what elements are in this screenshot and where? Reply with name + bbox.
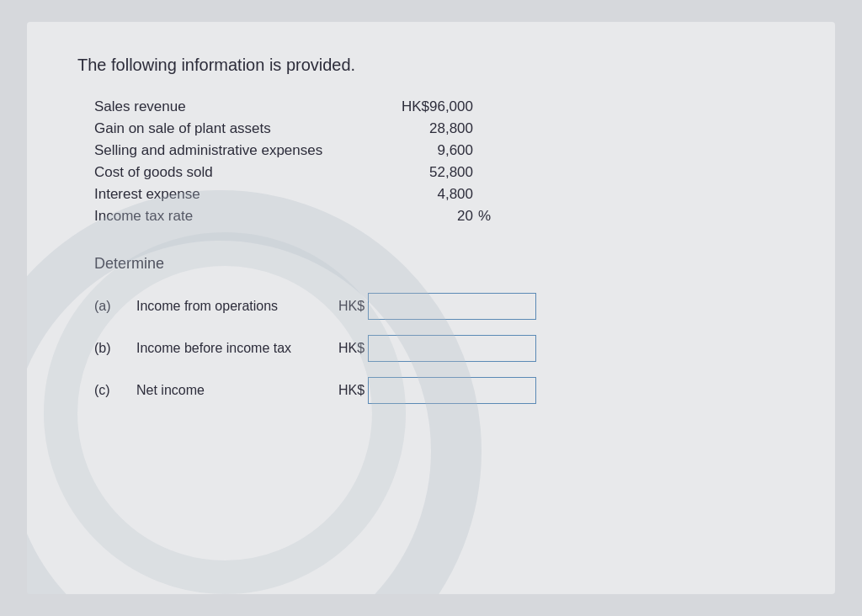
question-label: Income before income tax — [136, 341, 338, 356]
info-value: 52,800 — [397, 164, 473, 181]
question-currency: HK$ — [338, 341, 364, 356]
page-heading: The following information is provided. — [77, 56, 785, 75]
answer-input-b[interactable] — [368, 335, 536, 362]
answer-input-c[interactable] — [368, 377, 536, 404]
info-row: Cost of goods sold52,800 — [94, 164, 785, 181]
info-label: Selling and administrative expenses — [94, 142, 397, 159]
info-value: 20 — [397, 208, 473, 225]
determine-label: Determine — [94, 255, 785, 273]
question-row: (a)Income from operationsHK$ — [94, 293, 785, 320]
info-value: 4,800 — [397, 186, 473, 203]
question-letter: (b) — [94, 341, 136, 356]
questions-section: (a)Income from operationsHK$(b)Income be… — [94, 293, 785, 404]
question-label: Net income — [136, 383, 338, 398]
info-value: 28,800 — [397, 120, 473, 137]
info-table: Sales revenueHK$96,000Gain on sale of pl… — [94, 98, 785, 225]
question-row: (b)Income before income taxHK$ — [94, 335, 785, 362]
question-row: (c)Net incomeHK$ — [94, 377, 785, 404]
info-label: Sales revenue — [94, 98, 397, 115]
main-page: The following information is provided. S… — [27, 22, 835, 594]
answer-input-a[interactable] — [368, 293, 536, 320]
percent-symbol: % — [478, 208, 491, 225]
question-currency: HK$ — [338, 383, 364, 398]
question-letter: (c) — [94, 383, 136, 398]
info-label: Interest expense — [94, 186, 397, 203]
info-label: Income tax rate — [94, 208, 397, 225]
info-row: Sales revenueHK$96,000 — [94, 98, 785, 115]
question-currency: HK$ — [338, 299, 364, 314]
question-letter: (a) — [94, 299, 136, 314]
info-label: Cost of goods sold — [94, 164, 397, 181]
info-row: Income tax rate20 % — [94, 208, 785, 225]
info-value: 9,600 — [397, 142, 473, 159]
info-label: Gain on sale of plant assets — [94, 120, 397, 137]
question-label: Income from operations — [136, 299, 338, 314]
info-row: Selling and administrative expenses9,600 — [94, 142, 785, 159]
info-value: HK$96,000 — [397, 98, 473, 115]
info-row: Interest expense4,800 — [94, 186, 785, 203]
info-row: Gain on sale of plant assets28,800 — [94, 120, 785, 137]
